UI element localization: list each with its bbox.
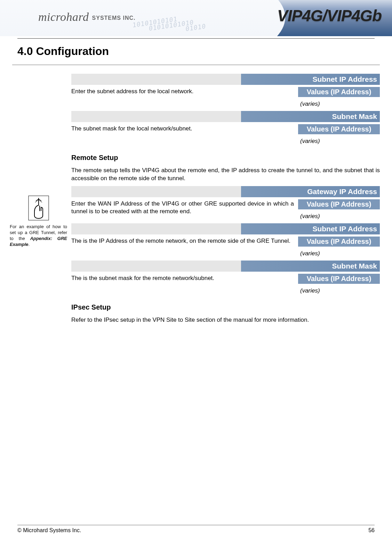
- value-badge: Values (IP Address): [298, 237, 380, 247]
- param-desc: Enter the subnet address for the local n…: [71, 87, 298, 95]
- value-note: (varies): [300, 101, 380, 107]
- param-value-col: Values (IP Address) (varies): [298, 237, 380, 257]
- param-title-bar: Subnet Mask: [71, 261, 380, 272]
- param-desc: The subnet mask for the local network/su…: [71, 124, 298, 133]
- sidebar-note-text2: .: [28, 242, 30, 247]
- value-note: (varies): [300, 213, 380, 220]
- content-top-divider: [12, 65, 380, 65]
- page-header: 10101010101 01010101010 01010 microhard …: [0, 0, 392, 36]
- param-row: The subnet mask for the local network/su…: [71, 124, 380, 145]
- subheading-remote-setup: Remote Setup: [71, 154, 380, 162]
- company-suffix: SYSTEMS INC.: [92, 15, 136, 21]
- param-desc: Enter the WAN IP Address of the VIP4G or…: [71, 199, 298, 215]
- footer-page-number: 56: [368, 527, 375, 534]
- param-value-col: Values (IP Address) (varies): [298, 124, 380, 145]
- product-name: VIP4G/VIP4Gb: [277, 6, 382, 25]
- param-title: Gateway IP Address: [307, 187, 377, 196]
- footer-divider: [17, 525, 375, 525]
- hand-point-icon: [28, 195, 49, 221]
- sidebar-note: For an example of how to set up a GRE Tu…: [0, 70, 71, 248]
- param-title-bar: Subnet Mask: [71, 111, 380, 122]
- param-row: The is the IP Address of the remote netw…: [71, 237, 380, 257]
- subheading-ipsec-setup: IPsec Setup: [71, 303, 380, 311]
- param-value-col: Values (IP Address) (varies): [298, 274, 380, 294]
- value-badge: Values (IP Address): [298, 199, 380, 209]
- value-note: (varies): [300, 287, 380, 294]
- param-title: Subnet IP Address: [312, 225, 377, 233]
- value-badge: Values (IP Address): [298, 124, 380, 134]
- param-row: Enter the subnet address for the local n…: [71, 87, 380, 107]
- param-row: The is the subnet mask for the remote ne…: [71, 274, 380, 294]
- param-title: Subnet Mask: [332, 262, 377, 270]
- value-note: (varies): [300, 250, 380, 257]
- param-desc: The is the subnet mask for the remote ne…: [71, 274, 298, 282]
- param-row: Enter the WAN IP Address of the VIP4G or…: [71, 199, 380, 220]
- company-logo-text: microhard SYSTEMS INC.: [38, 10, 135, 24]
- header-divider: [17, 38, 375, 39]
- value-badge: Values (IP Address): [298, 274, 380, 284]
- param-title-bar: Gateway IP Address: [71, 186, 380, 197]
- main-content: Subnet IP Address Enter the subnet addre…: [71, 70, 392, 326]
- param-title: Subnet Mask: [332, 112, 377, 121]
- param-title-bar: Subnet IP Address: [71, 74, 380, 85]
- section-title: 4.0 Configuration: [17, 45, 392, 58]
- value-badge: Values (IP Address): [298, 87, 380, 97]
- param-value-col: Values (IP Address) (varies): [298, 199, 380, 220]
- param-title-bar: Subnet IP Address: [71, 223, 380, 234]
- company-brand: microhard: [38, 10, 89, 23]
- remote-setup-text: The remote setup tells the VIP4G about t…: [71, 167, 380, 183]
- value-note: (varies): [300, 138, 380, 145]
- param-title: Subnet IP Address: [312, 75, 377, 83]
- param-value-col: Values (IP Address) (varies): [298, 87, 380, 107]
- ipsec-setup-text: Refer to the IPsec setup in the VPN Site…: [71, 316, 380, 324]
- param-desc: The is the IP Address of the remote netw…: [71, 237, 298, 245]
- footer-copyright: © Microhard Systems Inc.: [17, 527, 81, 534]
- page-footer: © Microhard Systems Inc. 56: [17, 522, 375, 534]
